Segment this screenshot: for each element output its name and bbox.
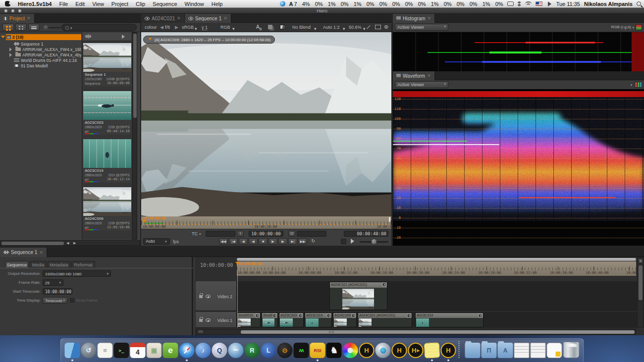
goto-start-button[interactable]: ◀◀ bbox=[219, 238, 228, 245]
current-timecode-field[interactable]: 10:00:00:00 bbox=[249, 231, 283, 237]
retime-clock-icon[interactable] bbox=[272, 313, 277, 318]
display-menu-icon[interactable] bbox=[507, 1, 514, 6]
volume-slider-knob[interactable] bbox=[372, 239, 376, 244]
dock-item-l-pinwheel[interactable]: L bbox=[261, 343, 276, 358]
timeline-playhead[interactable] bbox=[237, 261, 238, 328]
start-timecode-field[interactable]: 10:00:00:00 bbox=[43, 288, 72, 295]
wipe-icon[interactable] bbox=[280, 25, 285, 29]
menu-view[interactable]: View bbox=[92, 1, 104, 7]
app-menu[interactable]: Hiero1.5v1b4 bbox=[18, 1, 52, 7]
search-filter-caret-icon[interactable]: ▾ bbox=[70, 26, 72, 30]
colorspace-selector[interactable]: sRGB bbox=[182, 25, 194, 30]
scroll-button[interactable] bbox=[198, 330, 204, 334]
tab-metadata[interactable]: Metadata bbox=[48, 261, 70, 268]
out-point-field[interactable] bbox=[297, 231, 326, 237]
dock-item-quicktime[interactable]: Q bbox=[212, 343, 227, 358]
chevron-down-icon[interactable]: ▾ bbox=[363, 26, 366, 31]
dock-item-rsi-report[interactable] bbox=[547, 343, 562, 358]
track-header-video2[interactable]: Video 2 bbox=[196, 281, 237, 311]
guides-icon[interactable] bbox=[375, 25, 381, 29]
volume-menu-icon[interactable] bbox=[548, 1, 554, 6]
tree-item-sequence[interactable]: Sequence 1 bbox=[14, 41, 43, 47]
dock-item-folder-documents[interactable] bbox=[465, 343, 481, 358]
viewer-timeline-ruler[interactable]: 10:00:00:00 10:00:00:00 10:00:20:00 10:0… bbox=[141, 216, 391, 229]
grid-view-button[interactable] bbox=[2, 24, 14, 31]
dock-item-folder-library[interactable]: Π bbox=[482, 343, 497, 358]
tab-project[interactable]: Project ✕ bbox=[0, 14, 35, 23]
thumbnail-card-a024c009[interactable]: A024C009 2880x1620126f @25FPS ari12:09:5… bbox=[83, 187, 131, 231]
stop-button[interactable]: ■ bbox=[259, 238, 268, 245]
timeline-hscrollbar[interactable] bbox=[196, 329, 636, 335]
retime-clock-icon[interactable] bbox=[255, 313, 260, 318]
tab-histogram[interactable]: Histogram ✕ bbox=[393, 14, 435, 23]
histogram-mode-label[interactable]: RGB (r,g,b) bbox=[611, 25, 631, 29]
user-menu[interactable]: Nikolaos Almpanis bbox=[584, 1, 633, 7]
wifi-icon[interactable] bbox=[525, 1, 532, 6]
thumbnail-size-slider-knob[interactable] bbox=[44, 25, 49, 30]
timeline-current-timecode[interactable]: 10:00:00:00 bbox=[200, 262, 233, 268]
dock-item-itunes[interactable]: ♪ bbox=[196, 343, 211, 358]
dock-item-horse-app[interactable]: ♞ bbox=[326, 343, 342, 358]
viewer-image[interactable] bbox=[141, 32, 391, 216]
layer-selector[interactable]: RGB bbox=[220, 25, 230, 30]
menu-window[interactable]: Window bbox=[185, 1, 204, 7]
zoom-in-icon[interactable]: + bbox=[638, 259, 643, 263]
list-view-button[interactable] bbox=[28, 24, 40, 31]
exposure-down-icon[interactable]: ◀ bbox=[160, 25, 163, 30]
thumbnail-card-a023c019[interactable]: A023C019 2880x1620151f @25FPS ari10:46:1… bbox=[83, 139, 131, 183]
disclosure-right-icon[interactable] bbox=[9, 48, 14, 52]
tree-item-folder-4by3[interactable]: ARRIRAW_ALEXA_FW4.x_4by3 bbox=[8, 52, 81, 57]
menu-help[interactable]: Help bbox=[212, 1, 223, 7]
dock-item-terminal[interactable]: >_ bbox=[114, 343, 129, 358]
proxy-selector[interactable]: Auto 1:2 bbox=[323, 25, 340, 30]
timeline-clip-shot00[interactable]: Shot00 bbox=[262, 312, 278, 327]
prev-edit-button[interactable]: |◀ bbox=[229, 238, 238, 245]
close-icon[interactable]: ✕ bbox=[177, 16, 181, 21]
lock-icon[interactable] bbox=[199, 319, 203, 322]
chevron-down-icon[interactable]: ▾ bbox=[632, 26, 634, 30]
tc-mode-selector[interactable]: TC bbox=[192, 231, 198, 236]
spotlight-icon[interactable] bbox=[637, 1, 641, 6]
close-icon[interactable]: ✕ bbox=[428, 16, 431, 21]
dock-item-davinci-resolve[interactable] bbox=[343, 343, 358, 358]
timeline-clip-a023c003[interactable]: A023C003 bbox=[279, 312, 304, 327]
window-title-bar[interactable]: Hiero bbox=[0, 8, 644, 14]
timeline-clip-a024c009[interactable]: A024C009 bbox=[333, 312, 357, 327]
dock-item-hieroplayer[interactable]: H▶ bbox=[408, 343, 424, 358]
scrollbar-thumb[interactable] bbox=[639, 265, 643, 300]
chevron-down-icon[interactable]: ▾ bbox=[314, 26, 317, 31]
menu-file[interactable]: File bbox=[59, 1, 68, 7]
channel-selector[interactable]: colour bbox=[145, 25, 157, 30]
timeline-zoom-bar[interactable] bbox=[237, 258, 636, 261]
menu-edit[interactable]: Edit bbox=[75, 1, 85, 7]
dock-item-folder-applications[interactable]: A bbox=[498, 343, 513, 358]
zoom-level-selector[interactable]: 50.6% bbox=[349, 25, 362, 30]
timeline-ruler[interactable]: 10:00:00:00 10:00:00:00 10:00:04:00 10:0… bbox=[237, 261, 636, 276]
tree-item-folder-16by[interactable]: ARRIRAW_ALEXA_FW4.x_16by bbox=[8, 47, 81, 52]
dock-item-photo-booth[interactable]: ▣ bbox=[147, 343, 162, 358]
scroll-right-icon[interactable]: ▶ bbox=[73, 241, 76, 245]
tab-sequence1-viewer[interactable]: Sequence 1 ✕ bbox=[185, 14, 231, 23]
gear-icon[interactable]: ⊛ bbox=[384, 24, 388, 30]
viewer-info-bar[interactable]: [A] A024C009: 2880 x 1620 – 25 FPS – 10:… bbox=[143, 36, 275, 44]
frame-rate-select[interactable]: 25▾ bbox=[43, 279, 63, 286]
ab-compare-icon[interactable]: AB bbox=[256, 24, 262, 31]
dock-item-dashboard[interactable]: ⊙ bbox=[277, 343, 293, 358]
scrollbar-thumb[interactable] bbox=[133, 34, 137, 118]
menu-project[interactable]: Project bbox=[111, 1, 128, 7]
disclosure-right-icon[interactable] bbox=[9, 53, 14, 57]
set-out-button[interactable]: O bbox=[288, 231, 295, 237]
dock-item-r-pinwheel[interactable]: R bbox=[245, 343, 260, 358]
retime-clock-icon[interactable] bbox=[351, 313, 356, 318]
chevron-down-icon[interactable]: ▾ bbox=[630, 83, 632, 87]
dock-item-time-machine[interactable]: ↺ bbox=[81, 343, 97, 358]
dock-item-hiero[interactable]: H bbox=[359, 343, 375, 358]
tab-reformat[interactable]: Reformat bbox=[71, 261, 95, 268]
retime-clock-icon[interactable] bbox=[382, 282, 386, 287]
dock-item-stack-1[interactable] bbox=[514, 343, 530, 358]
ruler-scroll-nub[interactable] bbox=[389, 217, 390, 222]
sync-status-icon[interactable] bbox=[280, 1, 285, 6]
step-back-button[interactable]: ◀ bbox=[239, 238, 248, 245]
track-visible-icon[interactable] bbox=[206, 295, 211, 298]
timeline-clip-a023c019-2[interactable]: A023C019 bbox=[415, 312, 483, 327]
